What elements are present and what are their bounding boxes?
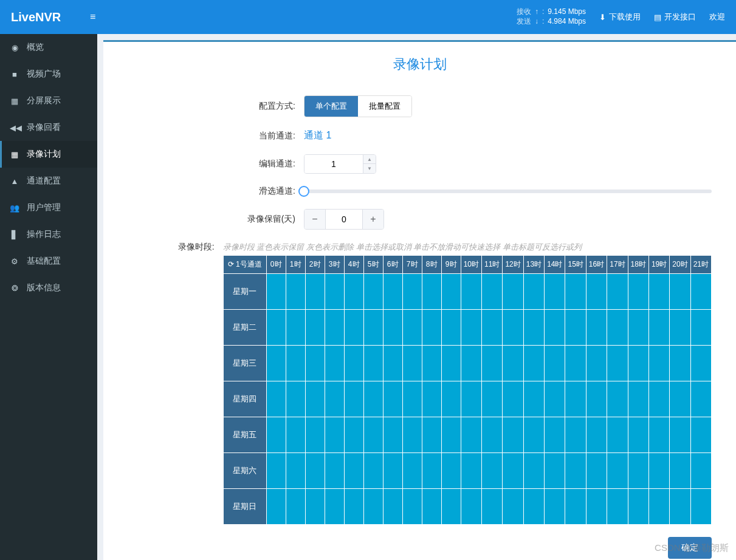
schedule-cell[interactable]: [670, 417, 690, 452]
schedule-cell[interactable]: [482, 346, 502, 381]
hour-header-4[interactable]: 4时: [345, 256, 363, 273]
schedule-cell[interactable]: [586, 274, 607, 309]
schedule-cell[interactable]: [345, 346, 363, 381]
schedule-cell[interactable]: [524, 310, 544, 345]
schedule-cell[interactable]: [306, 417, 325, 452]
day-header-4[interactable]: 星期五: [224, 417, 266, 452]
hour-header-13[interactable]: 13时: [524, 256, 544, 273]
schedule-cell[interactable]: [482, 381, 502, 417]
schedule-cell[interactable]: [670, 274, 690, 309]
schedule-cell[interactable]: [306, 310, 325, 345]
channel-slider[interactable]: [304, 190, 712, 193]
schedule-cell[interactable]: [628, 417, 648, 452]
schedule-cell[interactable]: [364, 346, 383, 381]
menu-toggle-icon[interactable]: ≡: [90, 12, 95, 22]
schedule-cell[interactable]: [325, 417, 344, 452]
schedule-cell[interactable]: [607, 274, 627, 309]
schedule-cell[interactable]: [442, 489, 461, 524]
slider-thumb[interactable]: [298, 186, 309, 197]
day-header-6[interactable]: 星期日: [224, 489, 266, 524]
hour-header-17[interactable]: 17时: [607, 256, 627, 273]
schedule-cell[interactable]: [442, 274, 461, 309]
schedule-cell[interactable]: [691, 274, 711, 309]
schedule-cell[interactable]: [482, 274, 502, 309]
schedule-cell[interactable]: [691, 489, 711, 524]
sidebar-item-0[interactable]: ◉概览: [0, 34, 97, 61]
hour-header-21[interactable]: 21时: [691, 256, 711, 273]
hour-header-8[interactable]: 8时: [422, 256, 441, 273]
schedule-cell[interactable]: [649, 417, 669, 452]
schedule-cell[interactable]: [345, 489, 363, 524]
hour-header-7[interactable]: 7时: [403, 256, 422, 273]
channel-up-button[interactable]: ▲: [363, 155, 376, 164]
schedule-cell[interactable]: [691, 346, 711, 381]
schedule-cell[interactable]: [325, 310, 344, 345]
schedule-cell[interactable]: [267, 310, 286, 345]
schedule-cell[interactable]: [403, 453, 422, 488]
sidebar-item-5[interactable]: ▲通道配置: [0, 168, 97, 194]
sidebar-item-4[interactable]: ▦录像计划: [0, 141, 97, 168]
schedule-cell[interactable]: [403, 346, 422, 381]
schedule-cell[interactable]: [403, 310, 422, 345]
schedule-cell[interactable]: [607, 417, 627, 452]
hour-header-15[interactable]: 15时: [565, 256, 585, 273]
schedule-cell[interactable]: [545, 346, 565, 381]
schedule-cell[interactable]: [461, 417, 481, 452]
schedule-cell[interactable]: [442, 346, 461, 381]
schedule-cell[interactable]: [586, 453, 607, 488]
schedule-cell[interactable]: [670, 346, 690, 381]
schedule-cell[interactable]: [524, 346, 544, 381]
day-header-0[interactable]: 星期一: [224, 274, 266, 309]
schedule-cell[interactable]: [286, 346, 305, 381]
schedule-cell[interactable]: [383, 417, 402, 452]
schedule-cell[interactable]: [422, 310, 441, 345]
schedule-cell[interactable]: [503, 310, 523, 345]
schedule-cell[interactable]: [586, 417, 607, 452]
schedule-cell[interactable]: [306, 274, 325, 309]
sidebar-item-7[interactable]: ▋操作日志: [0, 221, 97, 248]
schedule-cell[interactable]: [628, 453, 648, 488]
schedule-cell[interactable]: [286, 274, 305, 309]
day-header-2[interactable]: 星期三: [224, 346, 266, 381]
schedule-cell[interactable]: [422, 489, 441, 524]
schedule-cell[interactable]: [306, 489, 325, 524]
schedule-cell[interactable]: [691, 381, 711, 417]
schedule-cell[interactable]: [607, 310, 627, 345]
schedule-cell[interactable]: [607, 381, 627, 417]
schedule-cell[interactable]: [422, 346, 441, 381]
schedule-cell[interactable]: [565, 346, 585, 381]
config-mode-batch-button[interactable]: 批量配置: [358, 96, 411, 117]
schedule-cell[interactable]: [503, 274, 523, 309]
schedule-cell[interactable]: [503, 453, 523, 488]
schedule-cell[interactable]: [691, 417, 711, 452]
schedule-cell[interactable]: [442, 453, 461, 488]
save-button[interactable]: 确定: [668, 537, 712, 559]
day-header-3[interactable]: 星期四: [224, 381, 266, 417]
schedule-cell[interactable]: [524, 489, 544, 524]
schedule-cell[interactable]: [345, 310, 363, 345]
schedule-cell[interactable]: [524, 417, 544, 452]
schedule-cell[interactable]: [565, 381, 585, 417]
schedule-cell[interactable]: [364, 381, 383, 417]
hour-header-0[interactable]: 0时: [267, 256, 286, 273]
schedule-cell[interactable]: [403, 417, 422, 452]
schedule-cell[interactable]: [503, 346, 523, 381]
schedule-cell[interactable]: [628, 489, 648, 524]
brand-logo[interactable]: LiveNVR: [11, 10, 90, 24]
schedule-cell[interactable]: [403, 489, 422, 524]
schedule-cell[interactable]: [286, 417, 305, 452]
schedule-cell[interactable]: [364, 489, 383, 524]
schedule-cell[interactable]: [482, 417, 502, 452]
schedule-cell[interactable]: [345, 274, 363, 309]
schedule-cell[interactable]: [422, 453, 441, 488]
schedule-cell[interactable]: [565, 417, 585, 452]
schedule-cell[interactable]: [586, 489, 607, 524]
schedule-cell[interactable]: [286, 381, 305, 417]
hour-header-12[interactable]: 12时: [503, 256, 523, 273]
schedule-cell[interactable]: [325, 381, 344, 417]
schedule-cell[interactable]: [649, 381, 669, 417]
schedule-cell[interactable]: [345, 381, 363, 417]
schedule-cell[interactable]: [267, 489, 286, 524]
schedule-cell[interactable]: [482, 489, 502, 524]
sidebar-item-6[interactable]: 👥用户管理: [0, 194, 97, 221]
